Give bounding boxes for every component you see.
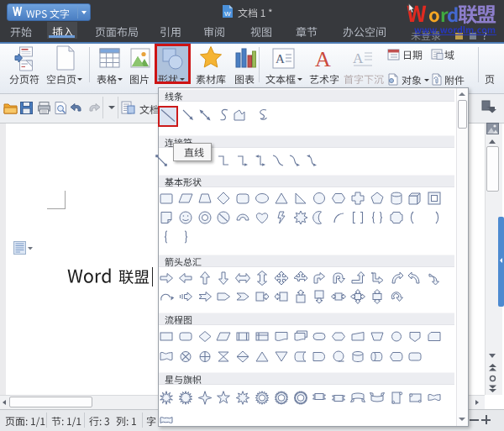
svg-text:W: W <box>224 10 231 18</box>
svg-text:A: A <box>276 52 285 66</box>
svg-text:A: A <box>315 47 331 70</box>
svg-text:A: A <box>353 50 364 66</box>
